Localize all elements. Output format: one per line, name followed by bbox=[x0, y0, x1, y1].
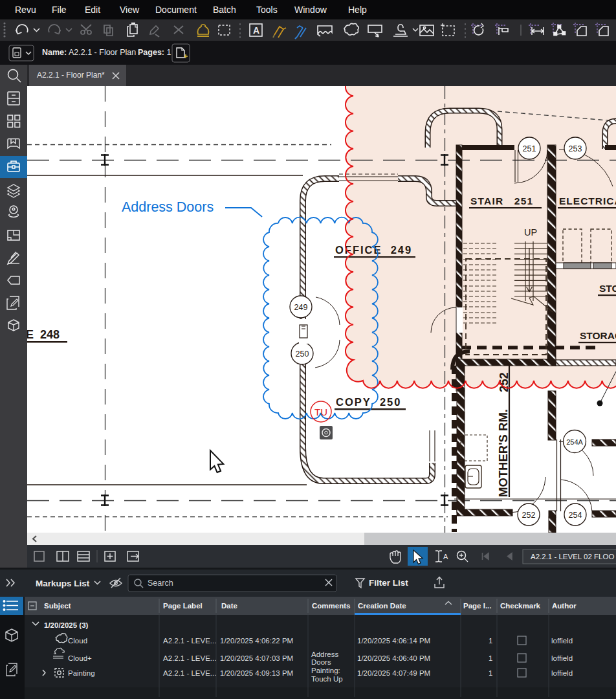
svg-text:Markups List: Markups List bbox=[36, 579, 90, 588]
svg-text:1/20/2025 4:06:14 PM: 1/20/2025 4:06:14 PM bbox=[357, 637, 430, 645]
svg-text:UP: UP bbox=[524, 227, 537, 238]
svg-text:Date: Date bbox=[221, 602, 237, 610]
svg-text:1/20/2025 4:07:03 PM: 1/20/2025 4:07:03 PM bbox=[220, 654, 293, 662]
svg-text:1/20/2025 4:07:49 PM: 1/20/2025 4:07:49 PM bbox=[357, 669, 430, 677]
svg-text:Search: Search bbox=[148, 579, 173, 588]
svg-text:Painting:: Painting: bbox=[311, 667, 340, 674]
svg-text:1/20/2025 (3): 1/20/2025 (3) bbox=[44, 621, 89, 629]
svg-text:A2.2.1 - LEVEL 02 FLOO: A2.2.1 - LEVEL 02 FLOO bbox=[531, 553, 614, 560]
svg-text:MOTHER'S RM.: MOTHER'S RM. bbox=[496, 409, 510, 497]
svg-text:Cloud+: Cloud+ bbox=[68, 654, 92, 662]
svg-text:ELECTRICA: ELECTRICA bbox=[559, 195, 616, 206]
svg-text:254A: 254A bbox=[566, 438, 583, 446]
svg-text:Cloud: Cloud bbox=[68, 637, 87, 645]
svg-text:Page Label: Page Label bbox=[163, 602, 203, 610]
svg-text:STAIR 251: STAIR 251 bbox=[470, 195, 533, 206]
svg-text:Doors: Doors bbox=[311, 658, 331, 666]
svg-text:Comments: Comments bbox=[312, 602, 350, 610]
svg-text:1/20/2025 4:09:13 PM: 1/20/2025 4:09:13 PM bbox=[220, 669, 293, 677]
svg-text:TU: TU bbox=[314, 406, 327, 417]
svg-text:COPY 250: COPY 250 bbox=[336, 396, 401, 408]
svg-text:Page I...: Page I... bbox=[463, 602, 491, 610]
svg-text:Address: Address bbox=[311, 650, 338, 658]
svg-text:Touch Up: Touch Up bbox=[311, 675, 343, 683]
svg-text:Author: Author bbox=[552, 602, 577, 610]
svg-text:STORAG: STORAG bbox=[580, 330, 616, 341]
svg-text:253: 253 bbox=[569, 144, 582, 153]
svg-text:252: 252 bbox=[522, 511, 536, 520]
svg-text:loffield: loffield bbox=[551, 654, 573, 662]
svg-text:A: A bbox=[443, 553, 448, 560]
svg-text:Checkmark: Checkmark bbox=[500, 602, 541, 610]
svg-text:Creation Date: Creation Date bbox=[358, 602, 406, 610]
svg-text:A2.2.1 - LEVE...: A2.2.1 - LEVE... bbox=[163, 637, 216, 645]
svg-text:1: 1 bbox=[489, 654, 492, 662]
svg-text:Painting: Painting bbox=[68, 669, 95, 677]
svg-text:loffield: loffield bbox=[551, 637, 573, 645]
svg-text:249: 249 bbox=[294, 303, 308, 312]
svg-text:Filter List: Filter List bbox=[369, 578, 408, 588]
svg-text:250: 250 bbox=[296, 350, 309, 359]
svg-text:STOR: STOR bbox=[599, 283, 616, 294]
svg-text:251: 251 bbox=[523, 144, 536, 153]
svg-text:1: 1 bbox=[489, 669, 492, 677]
svg-text:loffield: loffield bbox=[551, 669, 573, 677]
svg-text:A: A bbox=[253, 25, 259, 36]
svg-text:Address Doors: Address Doors bbox=[122, 199, 214, 215]
svg-text:A2.2.1 - LEVE...: A2.2.1 - LEVE... bbox=[163, 654, 216, 662]
svg-text:E 248: E 248 bbox=[27, 328, 60, 341]
svg-text:1: 1 bbox=[489, 637, 492, 645]
svg-text:1/20/2025 4:06:40 PM: 1/20/2025 4:06:40 PM bbox=[357, 654, 430, 662]
svg-text:1/20/2025 4:06:22 PM: 1/20/2025 4:06:22 PM bbox=[220, 637, 293, 645]
svg-text:Subject: Subject bbox=[44, 602, 71, 610]
svg-text:A2.2.1 - LEVE...: A2.2.1 - LEVE... bbox=[163, 669, 216, 677]
svg-text:254: 254 bbox=[569, 511, 582, 520]
